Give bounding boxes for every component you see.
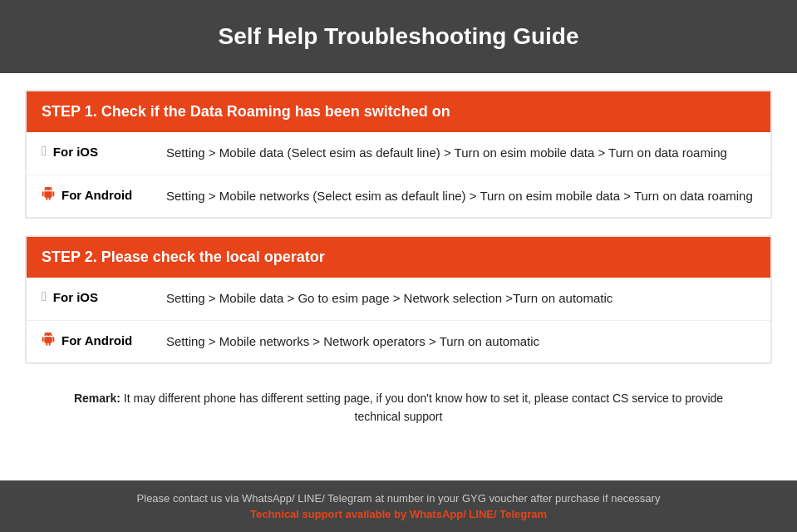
apple-icon:  xyxy=(42,144,47,159)
step1-android-label: For Android xyxy=(42,187,166,204)
apple-icon-2:  xyxy=(42,289,47,304)
page-footer: Please contact us via WhatsApp/ LINE/ Te… xyxy=(0,480,797,532)
step2-android-row: For Android Setting > Mobile networks > … xyxy=(27,321,770,363)
step2-body:  For iOS Setting > Mobile data > Go to … xyxy=(27,278,770,362)
step2-android-label: For Android xyxy=(42,332,166,349)
step2-ios-label-text: For iOS xyxy=(53,290,98,304)
step2-header: STEP 2. Please check the local operator xyxy=(27,237,770,278)
step2-android-label-text: For Android xyxy=(61,333,132,347)
step1-android-text: Setting > Mobile networks (Select esim a… xyxy=(166,187,755,206)
android-icon-2 xyxy=(42,332,55,349)
remark-label: Remark: xyxy=(74,392,121,405)
remark-paragraph: Remark: It may different phone has diffe… xyxy=(50,389,747,426)
step2-android-text: Setting > Mobile networks > Network oper… xyxy=(166,332,755,352)
step1-card: STEP 1. Check if the Data Roaming has be… xyxy=(25,90,772,219)
page-header: Self Help Troubleshooting Guide xyxy=(0,0,797,73)
step1-ios-text: Setting > Mobile data (Select esim as de… xyxy=(166,144,755,163)
android-icon xyxy=(42,187,55,204)
step2-ios-label:  For iOS xyxy=(42,289,166,304)
footer-support-text: Technical support available by WhatsApp/… xyxy=(17,508,780,520)
step1-ios-label-text: For iOS xyxy=(53,145,98,159)
main-content: STEP 1. Check if the Data Roaming has be… xyxy=(0,73,797,480)
step1-ios-label:  For iOS xyxy=(42,144,166,159)
step2-ios-text: Setting > Mobile data > Go to esim page … xyxy=(166,289,755,308)
step1-android-row: For Android Setting > Mobile networks (S… xyxy=(27,175,770,218)
remark-text: It may different phone has different set… xyxy=(121,392,723,423)
footer-main-text: Please contact us via WhatsApp/ LINE/ Te… xyxy=(17,492,780,505)
remark-section: Remark: It may different phone has diffe… xyxy=(25,381,772,440)
step1-title: STEP 1. Check if the Data Roaming has be… xyxy=(42,103,755,121)
step2-card: STEP 2. Please check the local operator … xyxy=(25,235,772,364)
step1-ios-row:  For iOS Setting > Mobile data (Select … xyxy=(27,132,770,175)
step1-body:  For iOS Setting > Mobile data (Select … xyxy=(27,132,770,217)
step1-android-label-text: For Android xyxy=(61,188,132,202)
step2-title: STEP 2. Please check the local operator xyxy=(42,249,755,266)
step2-ios-row:  For iOS Setting > Mobile data > Go to … xyxy=(27,278,770,321)
step1-header: STEP 1. Check if the Data Roaming has be… xyxy=(27,91,770,132)
page-title: Self Help Troubleshooting Guide xyxy=(17,23,780,50)
